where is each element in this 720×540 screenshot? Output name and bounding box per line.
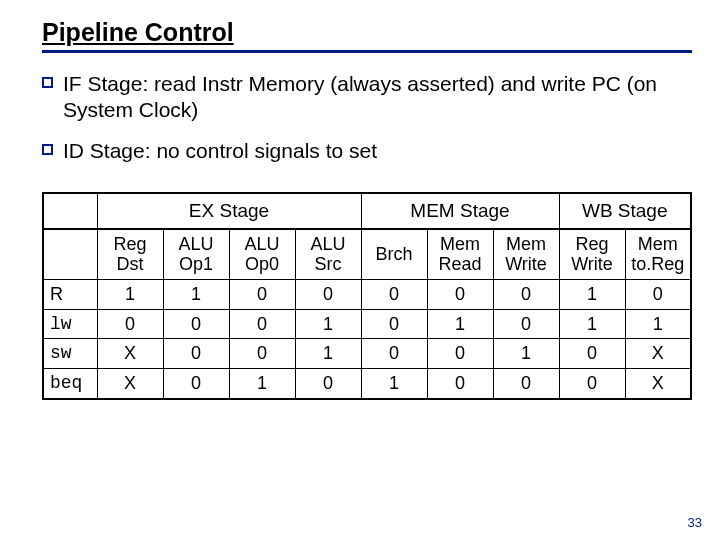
- bullet-text: ID Stage: no control signals to set: [63, 138, 692, 164]
- cell: 0: [361, 309, 427, 339]
- cell: 0: [229, 279, 295, 309]
- cell: 0: [163, 339, 229, 369]
- row-label: sw: [43, 339, 97, 369]
- cell: X: [625, 339, 691, 369]
- cell: 0: [229, 339, 295, 369]
- cell: 1: [229, 369, 295, 399]
- cell: 1: [97, 279, 163, 309]
- col-header: ALU Src: [295, 229, 361, 280]
- cell: 0: [493, 309, 559, 339]
- cell: 0: [625, 279, 691, 309]
- group-header-ex: EX Stage: [97, 193, 361, 229]
- cell: 0: [559, 369, 625, 399]
- row-label: lw: [43, 309, 97, 339]
- row-label: beq: [43, 369, 97, 399]
- cell: 0: [427, 279, 493, 309]
- col-header: Mem to.Reg: [625, 229, 691, 280]
- cell: X: [625, 369, 691, 399]
- page-number: 33: [688, 515, 702, 530]
- group-header-mem: MEM Stage: [361, 193, 559, 229]
- cell: 0: [295, 369, 361, 399]
- cell: 1: [295, 309, 361, 339]
- square-bullet-icon: [42, 144, 53, 155]
- cell: X: [97, 369, 163, 399]
- cell: 0: [427, 369, 493, 399]
- cell: X: [97, 339, 163, 369]
- col-header: Mem Read: [427, 229, 493, 280]
- cell: 0: [361, 279, 427, 309]
- cell: 0: [163, 369, 229, 399]
- cell: 0: [97, 309, 163, 339]
- cell: 0: [493, 369, 559, 399]
- col-header: ALU Op0: [229, 229, 295, 280]
- cell: 1: [295, 339, 361, 369]
- cell: 1: [625, 309, 691, 339]
- col-header: Reg Write: [559, 229, 625, 280]
- cell: 1: [427, 309, 493, 339]
- cell: 1: [163, 279, 229, 309]
- table-row: beq X 0 1 0 1 0 0 0 X: [43, 369, 691, 399]
- col-header: Mem Write: [493, 229, 559, 280]
- cell: 0: [559, 339, 625, 369]
- table-corner: [43, 229, 97, 280]
- group-header-wb: WB Stage: [559, 193, 691, 229]
- bullet-list: IF Stage: read Instr Memory (always asse…: [42, 71, 692, 164]
- cell: 1: [559, 309, 625, 339]
- cell: 0: [493, 279, 559, 309]
- col-header: ALU Op1: [163, 229, 229, 280]
- cell: 0: [295, 279, 361, 309]
- bullet-item: ID Stage: no control signals to set: [42, 138, 692, 164]
- bullet-text: IF Stage: read Instr Memory (always asse…: [63, 71, 692, 124]
- table-row: sw X 0 0 1 0 0 1 0 X: [43, 339, 691, 369]
- table-corner: [43, 193, 97, 229]
- cell: 0: [427, 339, 493, 369]
- col-header: Brch: [361, 229, 427, 280]
- square-bullet-icon: [42, 77, 53, 88]
- slide-title: Pipeline Control: [42, 18, 692, 53]
- cell: 1: [361, 369, 427, 399]
- cell: 0: [229, 309, 295, 339]
- cell: 1: [559, 279, 625, 309]
- cell: 1: [493, 339, 559, 369]
- cell: 0: [361, 339, 427, 369]
- table-row: R 1 1 0 0 0 0 0 1 0: [43, 279, 691, 309]
- bullet-item: IF Stage: read Instr Memory (always asse…: [42, 71, 692, 124]
- table-row: lw 0 0 0 1 0 1 0 1 1: [43, 309, 691, 339]
- row-label: R: [43, 279, 97, 309]
- cell: 0: [163, 309, 229, 339]
- col-header: Reg Dst: [97, 229, 163, 280]
- control-signals-table: EX Stage MEM Stage WB Stage Reg Dst ALU …: [42, 192, 692, 400]
